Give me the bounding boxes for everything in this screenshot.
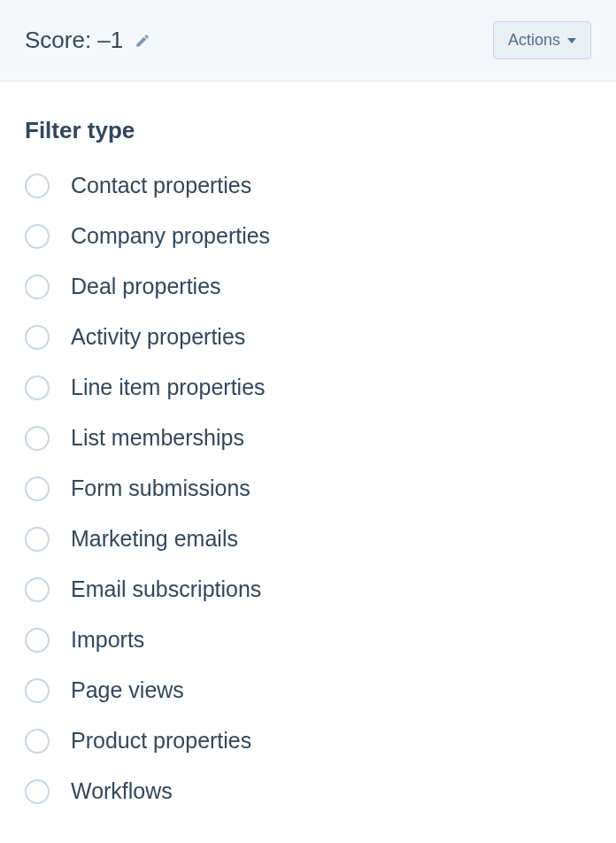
filter-label: Email subscriptions <box>71 576 261 602</box>
filter-item-company-properties[interactable]: Company properties <box>25 223 591 249</box>
radio-icon <box>25 628 50 653</box>
filter-item-deal-properties[interactable]: Deal properties <box>25 274 591 299</box>
radio-icon <box>25 476 50 501</box>
edit-icon[interactable] <box>134 32 151 50</box>
filter-item-workflows[interactable]: Workflows <box>25 778 591 804</box>
filter-label: Form submissions <box>71 476 250 501</box>
radio-icon <box>25 779 50 804</box>
filter-item-imports[interactable]: Imports <box>25 627 591 653</box>
actions-button[interactable]: Actions <box>493 21 591 59</box>
header-bar: Score: –1 Actions <box>0 0 616 81</box>
radio-icon <box>25 375 50 400</box>
filter-label: Workflows <box>71 778 173 804</box>
filter-item-contact-properties[interactable]: Contact properties <box>25 173 591 198</box>
filter-item-email-subscriptions[interactable]: Email subscriptions <box>25 576 591 602</box>
filter-label: Company properties <box>71 223 270 249</box>
radio-icon <box>25 527 50 552</box>
filter-item-page-views[interactable]: Page views <box>25 677 591 703</box>
radio-icon <box>25 224 50 249</box>
filter-item-marketing-emails[interactable]: Marketing emails <box>25 526 591 552</box>
caret-down-icon <box>567 38 576 43</box>
filter-label: Marketing emails <box>71 526 238 552</box>
content-area: Filter type Contact properties Company p… <box>0 81 616 804</box>
filter-label: Line item properties <box>71 375 266 400</box>
filter-item-product-properties[interactable]: Product properties <box>25 728 591 754</box>
filter-item-form-submissions[interactable]: Form submissions <box>25 476 591 501</box>
filter-item-list-memberships[interactable]: List memberships <box>25 425 591 451</box>
radio-icon <box>25 678 50 703</box>
filter-label: List memberships <box>71 425 244 451</box>
filter-type-heading: Filter type <box>25 117 591 144</box>
actions-button-label: Actions <box>508 31 560 50</box>
filter-item-line-item-properties[interactable]: Line item properties <box>25 375 591 400</box>
filter-label: Activity properties <box>71 324 245 350</box>
score-wrapper: Score: –1 <box>25 27 151 54</box>
filter-list: Contact properties Company properties De… <box>25 173 591 804</box>
radio-icon <box>25 275 50 299</box>
filter-label: Deal properties <box>71 274 221 299</box>
radio-icon <box>25 577 50 602</box>
radio-icon <box>25 174 50 198</box>
filter-label: Page views <box>71 677 184 703</box>
radio-icon <box>25 325 50 350</box>
score-label: Score: –1 <box>25 27 123 54</box>
filter-label: Product properties <box>71 728 251 754</box>
filter-label: Contact properties <box>71 173 251 198</box>
radio-icon <box>25 426 50 451</box>
filter-item-activity-properties[interactable]: Activity properties <box>25 324 591 350</box>
filter-label: Imports <box>71 627 144 653</box>
radio-icon <box>25 729 50 754</box>
